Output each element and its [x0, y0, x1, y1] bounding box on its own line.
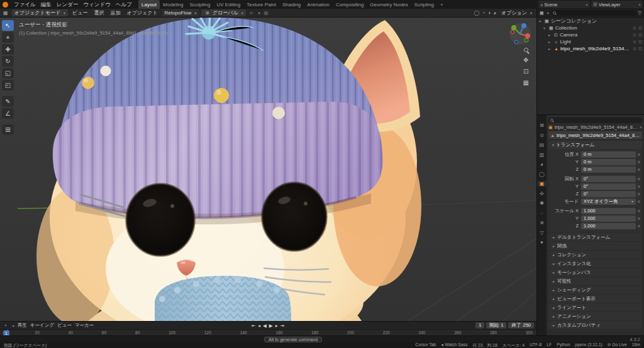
timeline-menu-view[interactable]: ビュー	[57, 322, 72, 329]
location-x-input[interactable]: 0 m	[581, 151, 636, 158]
editor-type-icon[interactable]: ▦	[2, 10, 9, 16]
animate-dot-icon[interactable]	[638, 200, 640, 203]
transform-panel-header[interactable]: ▾ トランスフォーム	[548, 141, 642, 149]
pan-hand-icon[interactable]: ✥	[523, 57, 528, 63]
tab-render-icon[interactable]: ⊙	[537, 133, 547, 138]
status-language[interactable]: Python	[557, 342, 570, 348]
scale-x-input[interactable]: 1.000	[581, 208, 636, 214]
animate-dot-icon[interactable]	[638, 185, 640, 188]
proportional-edit-icon[interactable]: ◎	[263, 10, 270, 16]
workspace-name[interactable]: 無題 (ワークスペース)	[4, 342, 47, 348]
tab-viewlayer-icon[interactable]: ▥	[537, 152, 547, 158]
hide-eye-icon[interactable]: ⊙	[633, 26, 636, 31]
breadcrumb-object-name[interactable]: tripo_mesh_99c2d4e9_5154_44a4_89d1_cbfdb…	[555, 124, 638, 130]
shading-rendered-icon[interactable]: ◕	[493, 10, 496, 16]
zoom-icon[interactable]	[524, 48, 528, 52]
status-go-live[interactable]: ⊘ Go Live	[608, 342, 627, 348]
tab-layout[interactable]: Layout	[138, 0, 160, 9]
tab-modeling[interactable]: Modeling	[160, 0, 186, 9]
animate-dot-icon[interactable]	[638, 178, 640, 180]
tab-particles-icon[interactable]: ✱	[537, 200, 547, 206]
cat-eye-left[interactable]	[126, 184, 194, 256]
viewlayer-selector[interactable]: ▥ ViewLayer ×	[591, 1, 643, 8]
shading-material-icon[interactable]: ◑	[487, 10, 491, 16]
transform-tool[interactable]: ◰	[2, 80, 14, 90]
options-dropdown[interactable]: オプション ▾	[499, 9, 535, 16]
menu-window[interactable]: ウィンドウ	[80, 0, 113, 9]
menu-edit[interactable]: 編集	[38, 0, 54, 9]
outliner-row-light[interactable]: ▸ ☼ Light ⊙⊡	[537, 38, 644, 45]
status-watch-sass[interactable]: ● Watch Sass	[441, 342, 467, 348]
viewlayer-remove-icon[interactable]: ×	[638, 3, 641, 7]
status-python-env[interactable]: pyenv (3.12.1)	[575, 342, 602, 348]
animate-dot-icon[interactable]	[638, 161, 640, 163]
tab-world-icon[interactable]: ◯	[537, 171, 547, 177]
add-workspace-button[interactable]: +	[437, 0, 447, 9]
tab-compositing[interactable]: Compositing	[333, 0, 367, 9]
tab-output-icon[interactable]: ▤	[537, 142, 547, 148]
move-tool[interactable]: ✚	[2, 44, 14, 55]
render-visibility-icon[interactable]: ⊡	[638, 26, 642, 31]
display-mode-icon[interactable]: ▦	[540, 11, 544, 16]
section-instancing[interactable]: ▸インスタンス化	[548, 259, 642, 268]
tab-data-icon[interactable]: ▽	[537, 230, 547, 236]
timeline-menu-keying[interactable]: キーイング	[30, 322, 54, 329]
section-visibility[interactable]: ▸可視性	[548, 277, 642, 285]
rotation-x-input[interactable]: 0°	[581, 176, 636, 182]
animate-dot-icon[interactable]	[638, 225, 640, 227]
location-y-input[interactable]: 0 m	[581, 159, 636, 165]
viewport-menu-object[interactable]: オブジェクト	[125, 9, 159, 16]
viewport-canvas[interactable]	[0, 18, 536, 321]
perspective-toggle-icon[interactable]: ▦	[523, 79, 529, 86]
status-line-col[interactable]: 行 23、列 18	[472, 342, 497, 348]
location-z-input[interactable]: 0 m	[581, 166, 636, 173]
status-eol[interactable]: LF	[547, 342, 552, 348]
frame-end-field[interactable]: 終了250	[508, 322, 534, 329]
render-visibility-icon[interactable]: ⊡	[638, 46, 642, 52]
tab-geometry-nodes[interactable]: Geometry Nodes	[367, 0, 411, 9]
prev-keyframe-button[interactable]: ◂	[258, 323, 260, 329]
viewport-menu-select[interactable]: 選択	[92, 9, 106, 16]
3d-viewport[interactable]: ユーザー・透視投影 (1) Collection | tripo_mesh_99…	[0, 18, 536, 321]
orientation-dropdown[interactable]: ⊕ グローバル ▾	[201, 9, 245, 16]
hide-eye-icon[interactable]: ⊙	[633, 46, 636, 52]
animate-dot-icon[interactable]	[638, 217, 640, 220]
animate-dot-icon[interactable]	[638, 168, 640, 171]
section-custom-properties[interactable]: ▸カスタムプロパティ	[548, 321, 642, 329]
mode-dropdown[interactable]: オブジェクトモード ▾	[12, 9, 69, 16]
play-button[interactable]: ▶	[269, 323, 273, 329]
outliner-row-mesh[interactable]: ▸ ▲ tripo_mesh_99c2d4e9_5154_44a4_89d1_c…	[537, 45, 644, 52]
cursor-tool[interactable]: ⌖	[2, 32, 14, 43]
properties-search-input[interactable]	[548, 117, 642, 123]
animate-dot-icon[interactable]	[638, 153, 640, 156]
blender-logo-icon[interactable]	[3, 2, 8, 8]
menu-render[interactable]: レンダー	[54, 0, 81, 9]
render-visibility-icon[interactable]: ⊡	[638, 40, 642, 45]
current-frame-field[interactable]: 1	[475, 322, 484, 329]
cat-eye-right[interactable]	[262, 183, 326, 251]
shading-wireframe-icon[interactable]: ◯	[474, 10, 480, 16]
navigation-gizmo[interactable]	[509, 23, 531, 48]
tab-modifier-icon[interactable]: ✣	[537, 191, 547, 197]
add-cube-tool[interactable]: ⊞	[2, 124, 14, 135]
tab-physics-icon[interactable]: ◌	[537, 210, 547, 216]
viewport-menu-view[interactable]: ビュー	[70, 9, 89, 16]
jump-to-end-button[interactable]: ⇥	[280, 323, 284, 329]
rotation-z-input[interactable]: 0°	[581, 191, 636, 197]
section-motion-paths[interactable]: ▸モーションパス	[548, 268, 642, 276]
menu-help[interactable]: ヘルプ	[113, 0, 135, 9]
tab-sculpting[interactable]: Sculpting	[187, 0, 214, 9]
render-visibility-icon[interactable]: ⊡	[638, 33, 642, 38]
tab-shading[interactable]: Shading	[279, 0, 304, 9]
section-relations[interactable]: ▸関係	[548, 242, 642, 250]
tab-texture-paint[interactable]: Texture Paint	[243, 0, 279, 9]
timeline-menu-marker[interactable]: マーカー	[75, 322, 94, 329]
section-delta-transform[interactable]: ▸デルタトランスフォーム	[548, 233, 642, 241]
scene-unlink-icon[interactable]: ×	[586, 3, 588, 7]
outliner-row-collection[interactable]: ▾ ▦ Collection ⊙⊡	[537, 24, 644, 31]
camera-view-icon[interactable]: ⊡	[523, 68, 528, 75]
knit-scarf[interactable]	[155, 276, 291, 321]
animate-dot-icon[interactable]	[638, 193, 640, 195]
hide-eye-icon[interactable]: ⊙	[633, 40, 636, 45]
snap-magnet-icon[interactable]: ∩	[248, 10, 255, 16]
